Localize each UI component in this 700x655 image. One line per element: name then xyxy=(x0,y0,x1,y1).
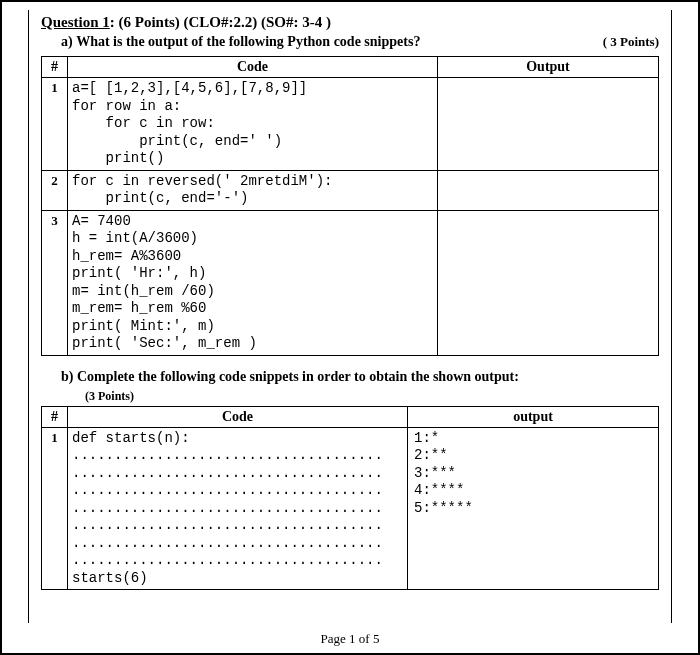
table-header-row: # Code Output xyxy=(42,57,659,78)
output-cell xyxy=(438,170,659,210)
part-a-table: # Code Output 1 a=[ [1,2,3],[4,5,6],[7,8… xyxy=(41,56,659,356)
part-a-label: a) xyxy=(61,34,73,50)
row-index: 1 xyxy=(42,427,68,590)
col-header-code: Code xyxy=(68,406,408,427)
output-cell xyxy=(438,78,659,171)
row-index: 2 xyxy=(42,170,68,210)
part-a-points: ( 3 Points) xyxy=(603,34,659,50)
output-cell xyxy=(438,210,659,355)
table-row: 2 for c in reversed(' 2mretdiM'): print(… xyxy=(42,170,659,210)
table-row: 3 A= 7400 h = int(A/3600) h_rem= A%3600 … xyxy=(42,210,659,355)
code-snippet: A= 7400 h = int(A/3600) h_rem= A%3600 pr… xyxy=(68,210,438,355)
col-header-output: Output xyxy=(438,57,659,78)
part-b-table: # Code output 1 def starts(n): .........… xyxy=(41,406,659,591)
code-snippet: a=[ [1,2,3],[4,5,6],[7,8,9]] for row in … xyxy=(68,78,438,171)
table-header-row: # Code output xyxy=(42,406,659,427)
part-a-text: What is the output of the following Pyth… xyxy=(76,34,420,50)
col-header-idx: # xyxy=(42,406,68,427)
part-b-text: Complete the following code snippets in … xyxy=(77,369,519,385)
question-label: Question 1 xyxy=(41,14,110,30)
code-snippet: for c in reversed(' 2mretdiM'): print(c,… xyxy=(68,170,438,210)
table-row: 1 def starts(n): .......................… xyxy=(42,427,659,590)
page-footer: Page 1 of 5 xyxy=(2,631,698,647)
col-header-output: output xyxy=(408,406,659,427)
part-a-header: a) What is the output of the following P… xyxy=(41,31,659,54)
question-meta: : (6 Points) (CLO#:2.2) (SO#: 3-4 ) xyxy=(110,14,331,30)
part-b-points: (3 Points) xyxy=(41,389,659,404)
part-b-label: b) xyxy=(61,369,73,385)
expected-output: 1:* 2:** 3:*** 4:**** 5:***** xyxy=(408,427,659,590)
exam-page: Question 1: (6 Points) (CLO#:2.2) (SO#: … xyxy=(0,0,700,655)
table-row: 1 a=[ [1,2,3],[4,5,6],[7,8,9]] for row i… xyxy=(42,78,659,171)
row-index: 3 xyxy=(42,210,68,355)
col-header-code: Code xyxy=(68,57,438,78)
part-b-header: b) Complete the following code snippets … xyxy=(41,366,659,389)
question-title: Question 1: (6 Points) (CLO#:2.2) (SO#: … xyxy=(41,14,659,31)
col-header-idx: # xyxy=(42,57,68,78)
code-snippet: def starts(n): .........................… xyxy=(68,427,408,590)
row-index: 1 xyxy=(42,78,68,171)
content-frame: Question 1: (6 Points) (CLO#:2.2) (SO#: … xyxy=(28,10,672,623)
